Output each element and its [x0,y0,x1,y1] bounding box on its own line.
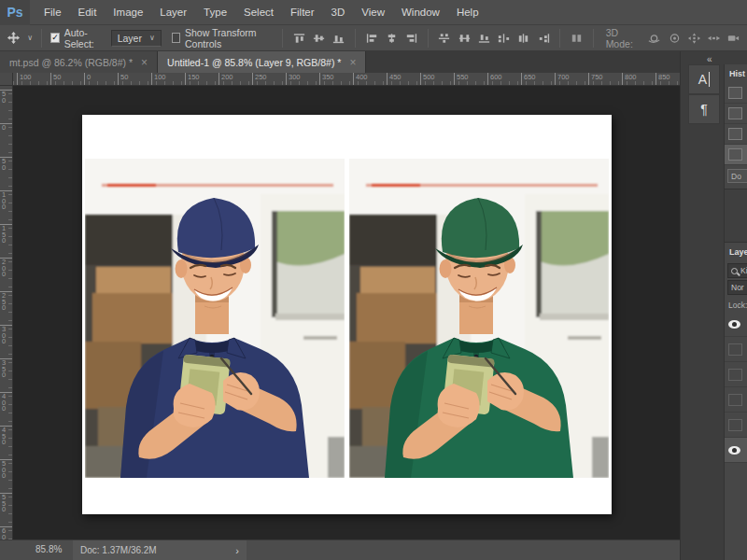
align-bottom-edges-icon[interactable] [331,28,346,49]
menu-item[interactable]: Help [448,0,487,25]
history-state-row[interactable] [725,124,747,145]
history-thumbnail [728,128,742,140]
ruler-tick-label: 0 [84,73,118,85]
layer-row[interactable] [725,387,747,413]
ruler-tick-label: 450 [0,426,12,459]
horizontal-ruler[interactable]: 1005005010015020025030035040045050055060… [13,73,680,86]
menu-item[interactable]: Type [195,0,235,25]
pasteboard [13,86,680,539]
eye-hidden-box[interactable] [728,419,742,431]
ruler-tick-label: 100 [151,73,185,85]
photo-original-blue[interactable] [85,159,345,478]
panel-dock: Hist Do Laye Ki Nor Lock: [724,64,747,560]
move-tool-icon[interactable] [6,28,21,49]
ruler-tick-label: 150 [0,224,12,258]
ruler-tick-label: 650 [521,73,555,85]
divider [428,29,429,48]
layer-row[interactable] [725,413,747,438]
align-top-edges-icon[interactable] [291,28,306,49]
menu-item[interactable]: Layer [151,0,195,25]
distribute-right-edges-icon[interactable] [536,28,551,49]
ruler-tick-label: 800 [622,73,655,85]
layer-row[interactable] [725,312,747,337]
menu-item[interactable]: 3D [323,0,354,25]
eye-hidden-box[interactable] [728,343,742,356]
status-flyout-icon[interactable]: › [235,545,239,556]
ruler-tick-label: 100 [17,73,50,85]
eye-hidden-box[interactable] [728,394,742,406]
right-panel-dock: « A ¶ Hist Do Laye Ki Nor Lock: [680,51,747,560]
align-right-edges-icon[interactable] [404,28,419,49]
character-panel-icon[interactable]: A [688,64,720,94]
history-state-row-selected[interactable] [725,145,747,165]
menu-item[interactable]: View [353,0,393,25]
photoshop-window: Ps FileEditImageLayerTypeSelectFilter3DV… [0,0,747,560]
blend-mode-dropdown[interactable]: Nor [727,280,747,295]
history-option-button[interactable]: Do [727,169,747,183]
doc-size-field[interactable]: Doc: 1.37M/36.2M › [73,540,247,560]
divider [282,29,283,48]
distribute-vertical-centers-icon[interactable] [457,28,472,49]
align-vertical-centers-icon[interactable] [311,28,326,49]
mode-3d-label: 3D Mode: [606,27,641,49]
auto-select-checkbox[interactable]: ✓ [50,33,60,43]
document-tab-label: Untitled-1 @ 85.8% (Layer 9, RGB/8#) * [167,57,341,68]
align-horizontal-centers-icon[interactable] [384,28,399,49]
document-canvas[interactable] [82,115,612,514]
menu-item[interactable]: Select [235,0,282,25]
menu-item[interactable]: File [35,0,70,25]
3d-zoom-camera-icon[interactable] [726,28,741,49]
divider [355,29,356,48]
close-icon[interactable]: × [349,57,356,68]
auto-select-target-dropdown[interactable]: Layer ∨ [111,30,162,47]
ruler-tick-label: 200 [218,73,252,85]
document-tab[interactable]: Untitled-1 @ 85.8% (Layer 9, RGB/8#) * × [158,51,366,73]
menu-item[interactable]: Image [105,0,151,25]
menu-item[interactable]: Window [393,0,448,25]
vertical-ruler[interactable]: 50050100150200250300350400450500550600 [0,86,13,539]
layers-filter-field[interactable]: Ki [727,263,747,278]
layer-row[interactable] [725,362,747,387]
tool-preset-caret-icon[interactable]: ∨ [27,34,33,42]
history-state-row[interactable] [725,83,747,104]
eye-visibility-icon[interactable] [728,320,740,329]
ruler-tick-label: 150 [185,73,218,85]
zoom-level-field[interactable]: 85.8% [35,544,62,554]
eye-visibility-icon[interactable] [728,446,740,455]
ruler-tick-label: 300 [286,73,319,85]
auto-align-layers-icon[interactable] [569,28,584,49]
collapse-panels-icon[interactable]: « [707,54,712,64]
ruler-tick-label: 350 [0,358,12,392]
align-left-edges-icon[interactable] [364,28,379,49]
distribute-horizontal-centers-icon[interactable] [516,28,531,49]
history-panel-title: Hist [725,64,747,83]
3d-slide-icon[interactable] [706,28,721,49]
photo-recolored-green[interactable] [349,159,609,478]
ruler-tick-label: 50 [50,73,84,85]
3d-roll-icon[interactable] [667,28,682,49]
distribute-top-edges-icon[interactable] [437,28,452,49]
3d-pan-icon[interactable] [686,28,701,49]
3d-rotate-icon[interactable] [647,28,662,49]
menu-item[interactable]: Filter [282,0,323,25]
ruler-tick-label: 500 [420,73,454,85]
ruler-tick-label: 500 [0,459,12,493]
eye-hidden-box[interactable] [728,369,742,381]
distribute-left-edges-icon[interactable] [497,28,512,49]
ruler-origin-corner[interactable] [0,73,13,86]
menu-item[interactable]: Edit [70,0,106,25]
distribute-bottom-edges-icon[interactable] [476,28,491,49]
show-transform-checkbox[interactable] [172,33,180,43]
history-thumbnail [728,148,742,161]
layer-row[interactable] [725,337,747,362]
paragraph-panel-icon[interactable]: ¶ [688,94,720,124]
divider [593,29,594,48]
ruler-tick-label: 350 [319,73,353,85]
layers-filter-value: Ki [740,266,747,275]
ruler-tick-label: 250 [0,291,12,325]
layer-row-selected[interactable] [725,438,747,463]
history-state-row[interactable] [725,104,747,124]
close-icon[interactable]: × [141,57,148,68]
document-tab[interactable]: mt.psd @ 86.2% (RGB/8#) * × [0,51,158,73]
ruler-tick-label: 50 [0,90,12,123]
